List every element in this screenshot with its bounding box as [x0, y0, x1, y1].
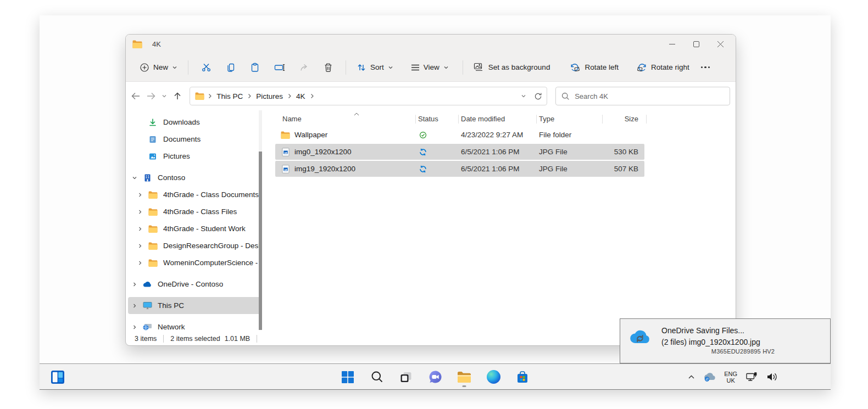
column-headers: Name Status Date modified Type Size	[275, 110, 730, 127]
sidebar-item-contoso[interactable]: Contoso	[128, 169, 262, 186]
network-tray-button[interactable]	[745, 372, 758, 382]
minimize-button[interactable]	[660, 36, 684, 52]
set-as-background-label: Set as background	[488, 63, 550, 71]
close-button[interactable]	[708, 36, 732, 52]
start-button[interactable]	[338, 368, 357, 386]
copy-button[interactable]	[219, 59, 243, 76]
column-header-name[interactable]: Name	[275, 115, 415, 123]
cut-button[interactable]	[194, 58, 219, 76]
breadcrumb[interactable]: This PC Pictures 4K	[190, 87, 547, 105]
chevron-right-icon[interactable]	[131, 282, 138, 287]
view-icon	[411, 64, 420, 71]
share-button[interactable]	[292, 59, 316, 76]
cut-icon	[201, 62, 212, 72]
sidebar-item-4thgrade-class-files[interactable]: 4thGrade - Class Files	[128, 203, 262, 220]
paste-icon	[250, 63, 260, 72]
breadcrumb-chevron-icon	[247, 93, 252, 99]
chevron-down-icon[interactable]	[131, 175, 138, 181]
chevron-right-icon[interactable]	[137, 192, 143, 198]
search-box[interactable]	[555, 87, 730, 105]
forward-button[interactable]	[143, 88, 159, 104]
column-header-size[interactable]: Size	[602, 115, 642, 123]
volume-tray-button[interactable]	[766, 372, 778, 382]
column-header-date-modified[interactable]: Date modified	[458, 115, 536, 123]
download-icon	[148, 117, 158, 127]
file-row-img19[interactable]: img19_1920x1200 6/5/2021 1:06 PM JPG Fil…	[275, 161, 644, 177]
rotate-right-button[interactable]: Rotate right	[631, 59, 694, 76]
show-hidden-icons-button[interactable]	[688, 374, 695, 379]
sidebar-item-4thgrade-student-work[interactable]: 4thGrade - Student Work	[128, 220, 262, 237]
sidebar-scrollbar-thumb[interactable]	[259, 152, 262, 330]
divider	[163, 335, 164, 343]
file-name: Wallpaper	[294, 131, 327, 139]
task-view-button[interactable]	[397, 368, 415, 386]
file-list: Name Status Date modified Type Size Wall…	[264, 110, 736, 332]
sidebar-item-downloads[interactable]: Downloads	[128, 114, 262, 131]
edge-button[interactable]	[484, 368, 503, 386]
sidebar-item-womenincomputerscience[interactable]: WomeninComputerScience - Man	[128, 254, 262, 271]
selection-size: 1.01 MB	[225, 335, 251, 343]
rotate-left-icon	[570, 63, 581, 72]
column-divider[interactable]	[458, 115, 459, 124]
set-as-background-button[interactable]: Set as background	[469, 59, 555, 76]
chevron-right-icon[interactable]	[131, 324, 138, 330]
sidebar-item-designresearchgroup[interactable]: DesignResearchGroup - Design Re	[128, 237, 262, 254]
sort-button[interactable]: Sort	[352, 59, 398, 76]
up-button[interactable]	[170, 88, 185, 104]
file-explorer-button[interactable]	[455, 368, 474, 386]
refresh-button[interactable]	[534, 92, 542, 100]
file-type: File folder	[536, 131, 602, 139]
chevron-right-icon[interactable]	[131, 303, 138, 309]
column-divider[interactable]	[415, 115, 416, 124]
chevron-right-icon[interactable]	[137, 226, 143, 232]
task-view-icon	[399, 371, 413, 384]
microsoft-store-button[interactable]	[513, 368, 532, 386]
breadcrumb-pictures[interactable]: Pictures	[254, 91, 285, 102]
sidebar-item-label: WomeninComputerScience - Man	[163, 259, 262, 267]
onedrive-tray-button[interactable]	[703, 372, 716, 382]
teams-chat-button[interactable]	[426, 368, 444, 386]
sidebar-item-label: Network	[158, 323, 185, 331]
refresh-icon	[534, 92, 542, 100]
sidebar-item-network[interactable]: Network	[128, 318, 262, 332]
chevron-right-icon[interactable]	[137, 243, 143, 249]
more-options-button[interactable]	[694, 66, 717, 69]
separator	[346, 60, 346, 75]
chat-icon	[429, 370, 442, 384]
column-divider[interactable]	[646, 115, 647, 124]
search-input[interactable]	[575, 92, 724, 100]
file-size: 507 KB	[602, 165, 642, 173]
view-button[interactable]: View	[406, 59, 454, 75]
chevron-right-icon[interactable]	[137, 260, 143, 266]
chevron-up-icon	[688, 374, 695, 379]
delete-button[interactable]	[316, 59, 340, 76]
breadcrumb-this-pc[interactable]: This PC	[214, 91, 245, 102]
toast-title: OneDrive Saving Files...	[661, 326, 825, 335]
sidebar-item-documents[interactable]: Documents	[128, 131, 262, 148]
sidebar-item-4thgrade-class-documents[interactable]: 4thGrade - Class Documents	[128, 186, 262, 203]
sidebar-item-onedrive-contoso[interactable]: OneDrive - Contoso	[128, 276, 262, 293]
back-button[interactable]	[128, 88, 143, 104]
breadcrumb-4k[interactable]: 4K	[294, 91, 308, 102]
file-row-wallpaper[interactable]: Wallpaper 4/23/2022 9:27 AM File folder	[275, 127, 644, 143]
rename-button[interactable]	[267, 59, 292, 76]
file-row-img0[interactable]: img0_1920x1200 6/5/2021 1:06 PM JPG File…	[275, 144, 644, 160]
column-divider[interactable]	[602, 115, 603, 124]
file-explorer-icon	[457, 371, 471, 383]
address-dropdown-button[interactable]	[521, 93, 526, 99]
column-header-type[interactable]: Type	[536, 115, 602, 123]
new-button[interactable]: New	[135, 59, 182, 76]
search-button[interactable]	[368, 368, 386, 386]
folder-icon	[148, 258, 158, 268]
rotate-left-button[interactable]: Rotate left	[565, 59, 624, 76]
onedrive-toast[interactable]: OneDrive Saving Files... (2 files) img0_…	[620, 318, 831, 363]
sidebar-item-pictures[interactable]: Pictures	[128, 148, 262, 165]
column-header-status[interactable]: Status	[415, 115, 458, 123]
language-indicator[interactable]: ENG UK	[724, 371, 737, 384]
column-divider[interactable]	[536, 115, 537, 124]
chevron-right-icon[interactable]	[137, 209, 143, 215]
paste-button[interactable]	[243, 59, 267, 76]
sidebar-item-this-pc[interactable]: This PC	[128, 297, 262, 314]
maximize-button[interactable]	[684, 36, 708, 52]
recent-locations-button[interactable]	[159, 88, 170, 104]
